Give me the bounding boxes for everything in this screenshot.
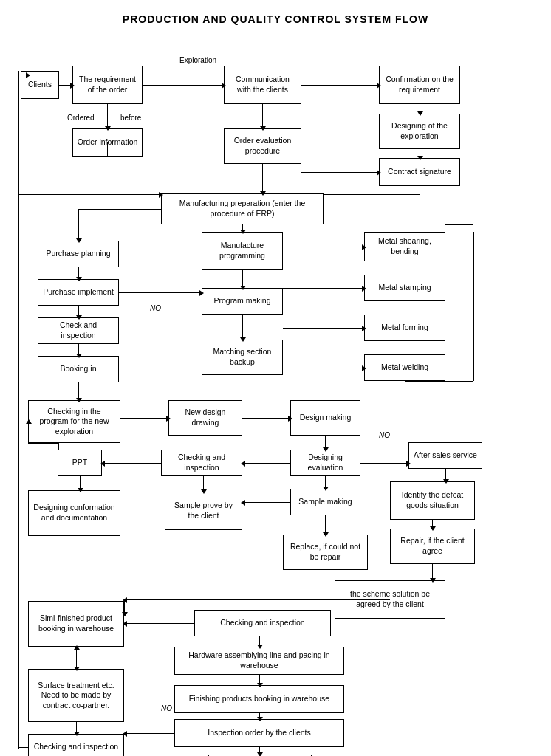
box-metal-shearing: Metal shearing, bending bbox=[364, 232, 445, 261]
arrow-metals-bottom bbox=[445, 381, 473, 382]
label-no1: NO bbox=[150, 304, 161, 312]
flow-container: Clients The requirement of the order Com… bbox=[17, 32, 534, 756]
box-purchase-planning: Purchase planning bbox=[38, 241, 119, 267]
box-program-making: Program making bbox=[202, 288, 283, 315]
box-identify-defeat: Identify the defeat goods situation bbox=[390, 481, 475, 520]
box-finishing-products: Finishing products booking in warehouse bbox=[174, 685, 344, 713]
box-after-sales: After sales service bbox=[408, 442, 482, 469]
arrow-metals-top bbox=[445, 224, 473, 225]
arrowhead-check2-sampleprove bbox=[201, 489, 207, 494]
arrowhead-booking-checkprog bbox=[76, 398, 82, 402]
box-requirement: The requirement of the order bbox=[72, 66, 143, 104]
box-metal-stamping: Metal stamping bbox=[364, 275, 445, 301]
box-contract: Contract signature bbox=[379, 158, 460, 186]
arrowhead-ppt-conf bbox=[78, 488, 83, 492]
page: PRODUCTION AND QUALITY CONTROL SYSTEM FL… bbox=[7, 7, 544, 756]
arrowhead-surface-check3 bbox=[74, 732, 80, 736]
arrowhead-simi-surface bbox=[74, 667, 80, 671]
box-mfg-prep: Manufacturing preparation (enter the pro… bbox=[161, 193, 324, 224]
arrowhead-eval-contract bbox=[377, 170, 381, 176]
arrow-samplemake-sampleprove bbox=[242, 502, 290, 503]
box-metal-welding: Metal welding bbox=[364, 354, 445, 381]
arrowhead-implement-check bbox=[76, 315, 82, 320]
arrowhead-prog-welding bbox=[362, 365, 366, 371]
box-sample-making: Sample making bbox=[290, 489, 360, 515]
arrowhead-hardware-finishing bbox=[257, 683, 263, 687]
arrowhead-samplemake-replace bbox=[323, 532, 329, 537]
arrowhead-eval-check2 bbox=[241, 461, 245, 467]
box-checking-inspection2: Checking and inspection bbox=[161, 450, 242, 476]
box-simi-finished: Simi-finished product booking in warehou… bbox=[28, 601, 124, 647]
arrow-req-comm bbox=[143, 85, 224, 86]
box-designing: Designing of the exploration bbox=[379, 114, 460, 149]
arrowhead-finishing-inspection bbox=[257, 717, 263, 721]
arrowhead-mfgbox-left bbox=[159, 192, 163, 198]
arrowhead-samplemake-sampleprove bbox=[241, 500, 245, 506]
box-new-design: New design drawing bbox=[168, 400, 242, 436]
arrow-no3-left bbox=[124, 733, 174, 734]
box-communication: Communication with the clients bbox=[224, 66, 301, 104]
arrowhead-ppt-checkprog bbox=[26, 419, 32, 424]
arrowhead-no3-left bbox=[123, 731, 127, 737]
arrow-left-border-bottom bbox=[18, 747, 28, 748]
box-sample-prove: Sample prove by the client bbox=[165, 492, 242, 530]
arrowhead-eval-samplemake bbox=[323, 487, 329, 491]
arrowhead-plan-implement bbox=[76, 277, 82, 281]
arrowhead-prog-forming bbox=[362, 326, 366, 331]
arrow-comm-conf bbox=[301, 85, 379, 86]
arrow-mfgprep-left-v bbox=[78, 209, 79, 241]
box-repair: Repair, if the client agree bbox=[390, 529, 475, 564]
arrowhead-manuprog-progmake bbox=[240, 286, 246, 290]
arrowhead-check4-simi bbox=[123, 621, 127, 627]
arrowhead-check-booking bbox=[76, 354, 82, 358]
label-no2: NO bbox=[379, 431, 390, 439]
arrow-mfgprep-left bbox=[78, 209, 161, 210]
arrow-ppt-checkprog-v2 bbox=[28, 422, 29, 444]
box-checking-inspection3: Checking and inspection bbox=[28, 734, 124, 756]
arrow-simi-surface bbox=[76, 647, 77, 669]
arrowhead-checkprog-newdesign bbox=[166, 416, 171, 422]
arrow-eval-mfgprep bbox=[262, 164, 263, 193]
arrowhead-check4-hardware bbox=[257, 645, 263, 649]
arrow-ppt-checkprog-v bbox=[58, 443, 59, 450]
box-designing-eval: Designing evaluation bbox=[290, 450, 360, 476]
arrowhead-clients-req bbox=[70, 83, 75, 89]
arrow-metal-right-v bbox=[473, 232, 474, 381]
arrowhead-design-contract bbox=[417, 156, 423, 160]
arrowhead-simi-finished bbox=[122, 612, 128, 616]
arrowhead-surface-simi bbox=[74, 645, 80, 650]
arrowhead-conf-design bbox=[417, 111, 423, 116]
arrow-progmake-matching bbox=[242, 315, 243, 340]
box-matching-section: Matching section backup bbox=[202, 340, 283, 375]
box-purchase-implement: Purchase implement bbox=[38, 279, 119, 306]
box-surface-treatment: Surface treatment etc. Need to be made b… bbox=[28, 669, 124, 722]
arrow-scheme-simi-h bbox=[124, 599, 335, 600]
arrowhead-req-comm bbox=[222, 83, 226, 89]
box-hardware-assembly: Hardware assemblying line and pacing in … bbox=[174, 647, 344, 675]
label-exploration: Exploration bbox=[179, 56, 216, 64]
arrow-comm-eval bbox=[262, 104, 263, 128]
box-confirmation: Confirmation on the requirement bbox=[379, 66, 460, 104]
arrow-req-info bbox=[107, 104, 108, 128]
label-before: before bbox=[120, 114, 141, 122]
box-replace: Replace, if could not be repair bbox=[283, 535, 368, 570]
page-title: PRODUCTION AND QUALITY CONTROL SYSTEM FL… bbox=[7, 7, 544, 32]
arrowhead-check2-ppt bbox=[100, 461, 105, 467]
arrow-checkprog-newdesign bbox=[120, 418, 168, 419]
box-metal-forming: Metal forming bbox=[364, 315, 445, 341]
arrow-eval-check2 bbox=[242, 463, 290, 464]
arrow-ppt-checkprog-h bbox=[28, 443, 58, 444]
arrowhead-mfg-manuprog bbox=[240, 230, 246, 234]
arrowhead-req-info bbox=[105, 126, 111, 131]
arrowhead-progmake-matching bbox=[240, 337, 246, 342]
arrow-newdesign-designmake bbox=[242, 418, 290, 419]
arrowhead-identify-repair bbox=[430, 526, 436, 531]
box-order-eval: Order evaluation procedure bbox=[224, 128, 301, 164]
box-designing-conf: Designing conformation and documentation bbox=[28, 490, 120, 536]
arrow-info-mfgprep-v bbox=[107, 142, 108, 157]
box-design-making: Design making bbox=[290, 400, 360, 436]
arrow-info-mfgprep-h bbox=[107, 157, 242, 157]
arrow-eval-aftersales bbox=[360, 463, 408, 464]
arrow-replace-scheme-v bbox=[324, 570, 324, 599]
arrow-prog-welding bbox=[283, 368, 364, 368]
